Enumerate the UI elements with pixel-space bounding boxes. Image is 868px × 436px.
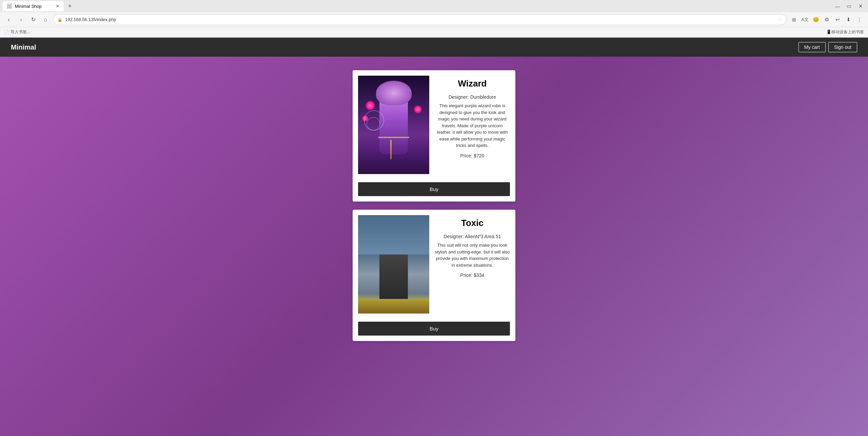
tab-title: Minimal Shop bbox=[15, 4, 42, 9]
app-header: Minimal My cart Sign out bbox=[0, 38, 868, 57]
product-card-inner-toxic: Toxic Designer: AlienNº3 Area 51 This su… bbox=[353, 210, 515, 319]
header-actions: My cart Sign out bbox=[798, 42, 857, 52]
bookmarks-icon: 📄 bbox=[4, 30, 9, 35]
home-button[interactable]: ⌂ bbox=[41, 15, 50, 24]
close-window-button[interactable]: ✕ bbox=[856, 1, 865, 11]
tab-close-button[interactable]: ✕ bbox=[56, 3, 60, 9]
translate-icon[interactable]: A文 bbox=[800, 15, 810, 24]
toxic-image-visual bbox=[358, 215, 429, 314]
my-cart-button[interactable]: My cart bbox=[798, 42, 826, 52]
wizard-staff bbox=[390, 140, 392, 159]
app-brand: Minimal bbox=[11, 43, 36, 51]
product-description-toxic: This suit will not only make you look st… bbox=[435, 242, 510, 268]
forward-button[interactable]: › bbox=[16, 15, 26, 24]
product-card-footer-toxic: Buy bbox=[353, 319, 515, 341]
new-tab-button[interactable]: + bbox=[65, 1, 75, 11]
downloads-icon[interactable]: ⬇ bbox=[844, 15, 853, 24]
browser-tabs: 🛒 Minimal Shop ✕ + — ▭ ✕ bbox=[0, 0, 868, 12]
buy-button-toxic[interactable]: Buy bbox=[358, 322, 510, 336]
product-price-wizard: Price: $720 bbox=[460, 153, 485, 158]
magic-glow-1 bbox=[365, 100, 375, 111]
product-description-wizard: This elegant purple wizard robe is desig… bbox=[435, 102, 510, 149]
product-info-toxic: Toxic Designer: AlienNº3 Area 51 This su… bbox=[435, 215, 510, 314]
product-card-inner-wizard: Wizard Designer: Dumbledore This elegant… bbox=[353, 70, 515, 179]
minimize-button[interactable]: — bbox=[833, 1, 842, 11]
browser-chrome: 🛒 Minimal Shop ✕ + — ▭ ✕ ‹ › ↻ ⌂ 🔒 192.1… bbox=[0, 0, 868, 38]
toxic-ground bbox=[358, 299, 429, 314]
main-content: Wizard Designer: Dumbledore This elegant… bbox=[0, 57, 868, 355]
address-bar[interactable]: 🔒 192.168.56.135/index.php ☆ bbox=[53, 14, 787, 25]
security-icon: 🔒 bbox=[57, 17, 62, 22]
product-designer-toxic: Designer: AlienNº3 Area 51 bbox=[443, 234, 501, 239]
product-name-toxic: Toxic bbox=[461, 218, 484, 228]
buy-button-wizard[interactable]: Buy bbox=[358, 182, 510, 196]
product-image-toxic bbox=[358, 215, 429, 314]
browser-toolbar: ‹ › ↻ ⌂ 🔒 192.168.56.135/index.php ☆ ⊞ A… bbox=[0, 12, 868, 27]
menu-icon[interactable]: ⋮ bbox=[854, 15, 864, 24]
mobile-bookmarks-text: 📱移动设备上的书签 bbox=[826, 29, 864, 35]
address-text: 192.168.56.135/index.php bbox=[65, 17, 775, 22]
browser-tab-active[interactable]: 🛒 Minimal Shop ✕ bbox=[3, 1, 64, 11]
bookmarks-bar: 📄 导入书签... 📱移动设备上的书签 bbox=[0, 27, 868, 37]
settings-icon[interactable]: ⚙ bbox=[822, 15, 831, 24]
restore-button[interactable]: ▭ bbox=[844, 1, 854, 11]
magic-glow-3 bbox=[414, 105, 422, 114]
product-card-wizard: Wizard Designer: Dumbledore This elegant… bbox=[353, 70, 515, 202]
star-icon[interactable]: ☆ bbox=[778, 17, 782, 22]
bookmarks-text[interactable]: 导入书签... bbox=[11, 29, 30, 35]
product-card-footer-wizard: Buy bbox=[353, 179, 515, 202]
toxic-sky bbox=[358, 215, 429, 254]
product-designer-wizard: Designer: Dumbledore bbox=[449, 94, 496, 100]
product-name-wizard: Wizard bbox=[458, 78, 487, 89]
toolbar-right-group: ⊞ A文 😊 ⚙ ↩ ⬇ ⋮ bbox=[789, 15, 864, 24]
product-card-toxic: Toxic Designer: AlienNº3 Area 51 This su… bbox=[353, 210, 515, 341]
profile-icon[interactable]: 😊 bbox=[811, 15, 821, 24]
sign-out-button[interactable]: Sign out bbox=[828, 42, 857, 52]
back-button[interactable]: ‹ bbox=[4, 15, 14, 24]
magic-circle-2 bbox=[367, 117, 380, 131]
wizard-image-visual bbox=[358, 76, 429, 174]
refresh-button[interactable]: ↻ bbox=[28, 15, 38, 24]
product-price-toxic: Price: $334 bbox=[460, 272, 485, 278]
history-back-icon[interactable]: ↩ bbox=[833, 15, 842, 24]
product-info-wizard: Wizard Designer: Dumbledore This elegant… bbox=[435, 76, 510, 174]
wizard-belt bbox=[378, 137, 409, 138]
tab-favicon: 🛒 bbox=[7, 3, 12, 9]
extensions-icon[interactable]: ⊞ bbox=[789, 15, 799, 24]
product-image-wizard bbox=[358, 76, 429, 174]
